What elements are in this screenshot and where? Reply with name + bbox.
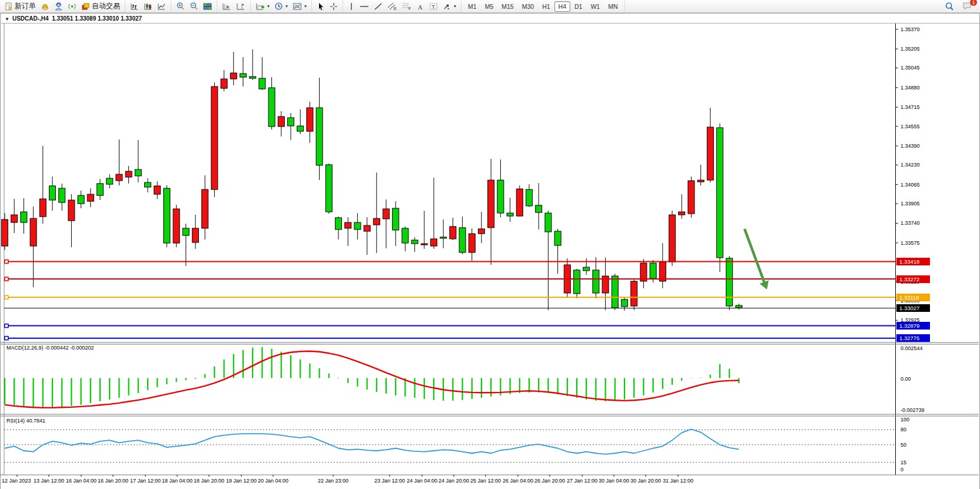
candle-body — [507, 213, 513, 216]
candle-body — [373, 218, 380, 225]
time-axis-label: 17 Jan 12:00 — [130, 478, 161, 484]
mt4-application: { "toolbar": { "new_order_label": "新订单",… — [0, 0, 980, 489]
candle-body — [49, 186, 56, 200]
rsi-label: RSI(14) 40.7841 — [6, 418, 45, 424]
candle-body — [593, 270, 599, 293]
candle-body — [364, 225, 370, 231]
candle-body — [288, 118, 294, 126]
time-axis-label: 12 Jan 2023 — [2, 478, 31, 484]
price-tick-label: 1.35370 — [901, 26, 920, 32]
candle-body — [316, 108, 323, 165]
price-line-badge: 1.33027 — [896, 304, 930, 312]
candle-body — [164, 188, 170, 243]
time-axis-label: 31 Jan 12:00 — [663, 478, 693, 484]
candle-body — [68, 200, 75, 221]
candle-body — [583, 267, 590, 271]
candle-body — [726, 258, 733, 306]
candle-body — [335, 218, 342, 229]
candle-body — [516, 189, 523, 216]
macd-signal-line — [5, 351, 739, 408]
candle-body — [574, 270, 580, 294]
time-axis-label: 30 Jan 04:00 — [599, 478, 629, 484]
chart-plot-area[interactable] — [0, 0, 980, 489]
candle-body — [383, 209, 390, 219]
price-tick-label: 1.34555 — [901, 124, 920, 129]
time-axis-label: 25 Jan 12:00 — [470, 478, 501, 484]
candle-body — [488, 180, 494, 228]
candle-body — [145, 182, 151, 187]
candle-body — [202, 189, 208, 228]
hline-handle[interactable] — [5, 260, 8, 264]
candle-body — [545, 213, 552, 232]
candle-body — [402, 228, 408, 243]
candle-body — [631, 281, 637, 306]
candle-body — [173, 209, 180, 243]
hline-handle[interactable] — [5, 324, 8, 328]
time-axis-label: 27 Jan 12:00 — [567, 478, 597, 484]
candle-body — [554, 231, 561, 245]
price-line-badge: 1.33118 — [896, 294, 930, 301]
price-tick-label: 1.34715 — [901, 104, 920, 110]
price-tick-label: 1.34230 — [901, 162, 920, 168]
rsi-axis-label: 0 — [901, 467, 903, 473]
time-axis-label: 26 Jan 20:00 — [534, 478, 565, 484]
candle-body — [459, 228, 466, 252]
candle-body — [259, 78, 265, 89]
annotation-arrow[interactable] — [745, 229, 765, 285]
price-tick-label: 1.33905 — [901, 201, 920, 207]
candle-body — [21, 212, 27, 222]
candle-body — [622, 300, 628, 307]
hline-handle[interactable] — [5, 337, 8, 340]
price-line-badge: 1.33272 — [896, 275, 930, 283]
time-axis-label: 24 Jan 04:00 — [407, 478, 437, 484]
macd-axis-label: 0.002544 — [901, 345, 923, 351]
candle-body — [440, 237, 447, 238]
hline-handle[interactable] — [5, 277, 8, 281]
candle-body — [97, 184, 104, 195]
macd-axis-label: 0.00 — [901, 376, 911, 382]
macd-axis-label: -0.002739 — [901, 407, 925, 413]
candle-body — [107, 178, 113, 184]
candle-body — [679, 212, 685, 215]
candle-body — [221, 79, 227, 88]
time-axis-label: 16 Jan 20:00 — [98, 478, 128, 484]
candle-body — [2, 219, 8, 246]
candle-body — [182, 228, 189, 235]
collapse-icon[interactable]: ▼ — [5, 16, 9, 22]
candle-body — [717, 128, 723, 258]
price-tick-label: 1.33740 — [901, 220, 920, 226]
price-line-badge: 1.32879 — [896, 322, 930, 330]
candle-body — [135, 169, 141, 176]
candle-body — [345, 222, 351, 228]
candle-body — [39, 199, 46, 217]
candle-body — [526, 189, 533, 206]
chart-ohlc-values: 1.33051 1.33089 1.33010 1.33027 — [52, 15, 142, 22]
time-axis-label: 23 Jan 12:00 — [374, 478, 405, 484]
candle-body — [211, 87, 218, 189]
rsi-axis-label: 80 — [901, 427, 906, 433]
candle-body — [688, 181, 695, 214]
candle-body — [278, 117, 284, 127]
macd-label: MACD(12,26,9) -0.000442 -0.000202 — [6, 345, 94, 351]
candle-body — [59, 188, 65, 202]
hline-handle[interactable] — [5, 295, 8, 299]
price-line-badge: 1.33418 — [896, 258, 930, 265]
candle-body — [268, 88, 275, 127]
candle-body — [125, 171, 132, 177]
time-axis-label: 18 Jan 04:00 — [162, 478, 192, 484]
candle-body — [697, 180, 704, 182]
candle-body — [421, 244, 427, 245]
candle-body — [87, 194, 94, 201]
rsi-axis-label: 100 — [901, 417, 909, 423]
time-axis-label: 24 Jan 20:00 — [438, 478, 469, 484]
chart-symbol-period: USDCAD-,H4 — [12, 15, 49, 22]
price-tick-label: 1.33575 — [901, 240, 920, 246]
candle-body — [450, 227, 456, 239]
candle-body — [154, 186, 161, 194]
candle-body — [536, 205, 542, 212]
price-tick-label: 1.35205 — [901, 46, 920, 52]
candle-body — [479, 229, 485, 234]
candle-body — [497, 180, 504, 213]
candle-body — [669, 215, 676, 262]
candle-body — [354, 222, 361, 229]
